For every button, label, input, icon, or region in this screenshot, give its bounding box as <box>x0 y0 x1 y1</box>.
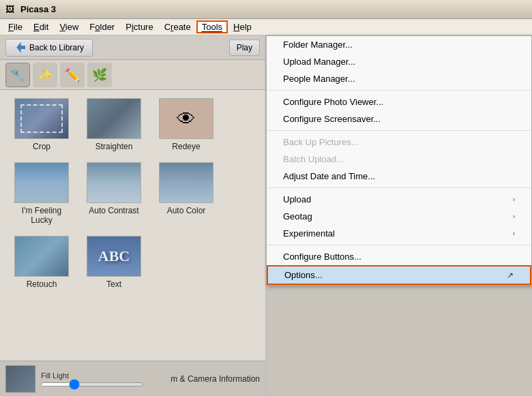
menu-view[interactable]: View <box>54 20 84 33</box>
menu-batch-upload: Batch Upload... <box>267 151 531 168</box>
menu-options[interactable]: Options... ↗ <box>267 265 531 285</box>
tool-retouch-label: Retouch <box>27 279 57 289</box>
menu-file[interactable]: File <box>3 20 28 33</box>
menu-configure-buttons[interactable]: Configure Buttons... <box>267 248 531 265</box>
tool-crop-thumb <box>14 98 69 139</box>
back-to-library-button[interactable]: Back to Library <box>5 39 93 57</box>
tool-lucky-label: I'm Feeling Lucky <box>11 206 72 225</box>
folder-manager-label: Folder Manager... <box>283 40 353 50</box>
menu-people-manager[interactable]: People Manager... <box>267 70 531 87</box>
geotag-arrow-icon: › <box>513 213 515 220</box>
back-arrow-icon <box>14 42 25 53</box>
menu-folder[interactable]: Folder <box>84 20 120 33</box>
configure-photo-viewer-label: Configure Photo Viewer... <box>283 97 383 107</box>
tool-row-3: Retouch ABC Text <box>11 236 254 289</box>
tool-contrast-thumb <box>87 162 141 203</box>
separator-3 <box>267 187 531 188</box>
tool-straighten[interactable]: Straighten <box>83 98 145 151</box>
main-area: Back to Library Play 🔧 ✨ ✏️ 🌿 Crop <box>0 35 532 396</box>
fill-light-slider[interactable] <box>41 382 143 386</box>
tools-dropdown-menu: Folder Manager... Upload Manager... Peop… <box>266 35 532 286</box>
menu-backup-pictures: Back Up Pictures... <box>267 134 531 151</box>
tab-extra[interactable]: 🌿 <box>87 63 112 87</box>
tool-row-2: I'm Feeling Lucky Auto Contrast Auto Col… <box>11 162 254 225</box>
left-panel: Back to Library Play 🔧 ✨ ✏️ 🌿 Crop <box>0 35 266 396</box>
experimental-label: Experimental <box>283 228 335 239</box>
menu-experimental[interactable]: Experimental › <box>267 225 531 242</box>
menu-folder-manager[interactable]: Folder Manager... <box>267 36 531 53</box>
tab-basic-fixes[interactable]: 🔧 <box>5 63 30 87</box>
tool-crop-label: Crop <box>33 142 50 151</box>
upload-manager-label: Upload Manager... <box>283 57 355 67</box>
adjust-date-label: Adjust Date and Time... <box>283 171 375 181</box>
menu-geotag[interactable]: Geotag › <box>267 208 531 225</box>
tool-auto-contrast[interactable]: Auto Contrast <box>83 162 145 225</box>
backup-pictures-label: Back Up Pictures... <box>283 137 359 147</box>
camera-info-label: m & Camera Information <box>171 374 260 384</box>
toolbar-row: Back to Library Play <box>0 35 265 60</box>
menu-help[interactable]: Help <box>228 20 257 33</box>
tool-retouch-thumb <box>14 236 69 277</box>
upload-arrow-icon: › <box>513 196 515 203</box>
tool-color-label: Auto Color <box>167 206 206 215</box>
menu-upload-manager[interactable]: Upload Manager... <box>267 53 531 70</box>
tool-contrast-label: Auto Contrast <box>89 206 138 215</box>
tool-straighten-thumb <box>87 98 141 139</box>
batch-upload-label: Batch Upload... <box>283 154 344 164</box>
separator-4 <box>267 245 531 245</box>
menu-bar: File Edit View Folder Picture Create Too… <box>0 19 532 35</box>
bottom-strip: Fill Light m & Camera Information <box>0 361 265 396</box>
tab-effects[interactable]: ✏️ <box>60 63 85 87</box>
tool-text-thumb: ABC <box>87 236 141 277</box>
bottom-thumbnail <box>5 365 35 393</box>
tool-feeling-lucky[interactable]: I'm Feeling Lucky <box>11 162 72 225</box>
upload-label: Upload <box>283 194 311 204</box>
right-panel: Folder Manager... Upload Manager... Peop… <box>266 35 532 396</box>
play-label: Play <box>237 43 252 52</box>
separator-1 <box>267 90 531 91</box>
menu-configure-photo-viewer[interactable]: Configure Photo Viewer... <box>267 93 531 110</box>
geotag-label: Geotag <box>283 211 312 222</box>
cursor-icon: ↗ <box>507 271 514 280</box>
fill-light-area: Fill Light <box>41 371 165 386</box>
menu-tools[interactable]: Tools <box>196 20 228 33</box>
configure-buttons-label: Configure Buttons... <box>283 252 361 262</box>
menu-adjust-date[interactable]: Adjust Date and Time... <box>267 168 531 185</box>
play-button[interactable]: Play <box>229 40 260 56</box>
menu-edit[interactable]: Edit <box>28 20 54 33</box>
menu-picture[interactable]: Picture <box>120 20 158 33</box>
configure-screensaver-label: Configure Screensaver... <box>283 114 381 124</box>
app-icon: 🖼 <box>5 4 16 15</box>
tool-lucky-thumb <box>14 162 69 203</box>
tool-grid: Crop Straighten Redeye <box>0 90 265 361</box>
tool-row-1: Crop Straighten Redeye <box>11 98 254 151</box>
tool-redeye-thumb <box>159 98 213 139</box>
tab-row: 🔧 ✨ ✏️ 🌿 <box>0 60 265 90</box>
title-bar: 🖼 Picasa 3 <box>0 0 532 19</box>
options-label: Options... <box>284 270 323 280</box>
tab-tuning[interactable]: ✨ <box>33 63 57 87</box>
tool-color-thumb <box>159 162 213 203</box>
tool-crop[interactable]: Crop <box>11 98 72 151</box>
experimental-arrow-icon: › <box>513 230 515 237</box>
separator-2 <box>267 130 531 131</box>
tool-redeye[interactable]: Redeye <box>156 98 217 151</box>
tool-text-label: Text <box>106 279 121 289</box>
menu-upload[interactable]: Upload › <box>267 191 531 208</box>
app-title: Picasa 3 <box>20 4 56 14</box>
people-manager-label: People Manager... <box>283 74 355 84</box>
tool-straighten-label: Straighten <box>95 142 133 151</box>
tool-text[interactable]: ABC Text <box>83 236 145 289</box>
menu-create[interactable]: Create <box>159 20 196 33</box>
tool-redeye-label: Redeye <box>172 142 200 151</box>
tool-auto-color[interactable]: Auto Color <box>156 162 217 225</box>
back-to-library-label: Back to Library <box>29 43 84 52</box>
menu-configure-screensaver[interactable]: Configure Screensaver... <box>267 110 531 127</box>
tool-retouch[interactable]: Retouch <box>11 236 72 289</box>
